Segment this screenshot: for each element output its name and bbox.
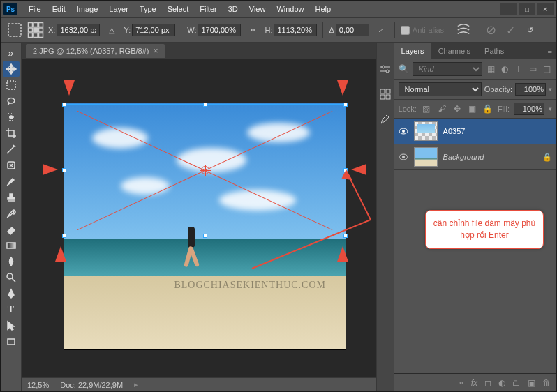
link-layers-icon[interactable]: ⚭	[457, 378, 464, 388]
svg-rect-7	[29, 33, 33, 38]
menu-window[interactable]: Window	[271, 2, 309, 16]
window-maximize-button[interactable]: □	[519, 3, 535, 15]
pen-tool[interactable]	[3, 286, 20, 301]
filter-smart-icon[interactable]: ◫	[541, 63, 552, 75]
layer-name[interactable]: A0357	[443, 127, 552, 135]
reset-transform-button[interactable]: ↺	[522, 22, 537, 38]
y-input[interactable]	[132, 24, 175, 36]
antialias-checkbox[interactable]: Anti-alias	[401, 26, 444, 35]
zoom-level[interactable]: 12,5%	[27, 381, 49, 389]
lock-transparent-icon[interactable]: ▨	[421, 103, 432, 114]
document-tab[interactable]: 2.JPG @ 12,5% (A0357, RGB/8#) ×	[26, 44, 165, 58]
menu-filter[interactable]: Filter	[194, 2, 222, 16]
menu-view[interactable]: View	[244, 2, 272, 16]
cancel-transform-button[interactable]: ⊘	[483, 22, 498, 38]
lasso-tool[interactable]	[3, 93, 20, 109]
adjustment-layer-icon[interactable]: ◐	[498, 378, 505, 388]
document-area: 2.JPG @ 12,5% (A0357, RGB/8#) × BLOGCHIA…	[22, 43, 376, 391]
blend-mode-select[interactable]: Normal	[399, 82, 482, 96]
menu-help[interactable]: Help	[310, 2, 337, 16]
crop-tool[interactable]	[3, 126, 20, 141]
svg-rect-5	[34, 28, 38, 32]
filter-type-icon[interactable]: T	[513, 63, 524, 75]
layer-row[interactable]: Background 🔒	[394, 144, 556, 170]
expand-tools-icon[interactable]: »	[3, 45, 20, 61]
annotation-arrow	[64, 80, 75, 96]
menu-edit[interactable]: Edit	[47, 2, 71, 16]
marquee-tool[interactable]	[3, 77, 20, 93]
menu-layer[interactable]: Layer	[103, 2, 134, 16]
eyedropper-tool[interactable]	[3, 142, 20, 157]
opacity-input[interactable]	[515, 83, 546, 96]
quick-select-tool[interactable]	[3, 110, 20, 125]
window-minimize-button[interactable]: —	[500, 3, 517, 15]
delete-layer-icon[interactable]: 🗑	[542, 378, 551, 388]
move-tool[interactable]	[3, 61, 20, 77]
healing-brush-tool[interactable]	[3, 158, 20, 173]
filter-pixel-icon[interactable]: ▦	[485, 63, 496, 75]
menu-select[interactable]: Select	[162, 2, 195, 16]
type-tool[interactable]: T	[3, 302, 20, 317]
gradient-tool[interactable]	[3, 238, 20, 253]
reference-point-icon[interactable]	[27, 22, 44, 38]
visibility-toggle-icon[interactable]	[399, 126, 408, 136]
dodge-tool[interactable]	[3, 270, 20, 285]
transform-tool-icon[interactable]	[6, 22, 23, 38]
adjustments-panel-icon[interactable]	[378, 62, 392, 76]
tab-layers[interactable]: Layers	[394, 43, 431, 59]
group-layers-icon[interactable]: 🗀	[512, 378, 521, 388]
panel-menu-icon[interactable]: ≡	[544, 47, 556, 55]
lock-position-icon[interactable]: ✥	[452, 103, 463, 114]
layer-thumbnail[interactable]	[414, 147, 438, 167]
window-close-button[interactable]: ×	[537, 3, 554, 15]
layer-row[interactable]: A0357	[394, 119, 556, 144]
layer-filter-select[interactable]: Kind	[413, 62, 482, 76]
w-label: W:	[187, 26, 196, 34]
brush-panel-icon[interactable]	[378, 112, 392, 126]
lock-pixels-icon[interactable]: 🖌	[436, 103, 447, 114]
menu-file[interactable]: File	[23, 2, 47, 16]
blur-tool[interactable]	[3, 254, 20, 269]
svg-rect-1	[29, 23, 33, 27]
commit-transform-button[interactable]: ✓	[503, 22, 518, 38]
layer-style-icon[interactable]: fx	[471, 378, 477, 388]
brush-tool[interactable]	[3, 174, 20, 189]
angle-input[interactable]	[336, 24, 369, 36]
filter-adjust-icon[interactable]: ◐	[499, 63, 510, 75]
layer-thumbnail[interactable]	[414, 121, 438, 141]
canvas[interactable]: BLOGCHIASEKIENTHUC.COM	[22, 59, 376, 377]
svg-point-11	[10, 116, 13, 119]
y-label: Y:	[124, 26, 131, 34]
layer-name[interactable]: Background	[443, 153, 537, 161]
svg-rect-21	[380, 95, 385, 99]
menu-image[interactable]: Image	[71, 2, 104, 16]
svg-rect-19	[380, 89, 385, 93]
visibility-toggle-icon[interactable]	[399, 152, 408, 162]
menu-type[interactable]: Type	[134, 2, 162, 16]
menu-3d[interactable]: 3D	[223, 2, 244, 16]
rectangle-tool[interactable]	[3, 334, 20, 349]
opacity-label: Opacity:	[484, 85, 512, 93]
x-input[interactable]	[57, 24, 100, 36]
lock-artboard-icon[interactable]: ▣	[467, 103, 478, 114]
layer-mask-icon[interactable]: ◻	[484, 378, 491, 388]
document-tab-close-icon[interactable]: ×	[153, 46, 158, 56]
filter-shape-icon[interactable]: ▭	[527, 63, 538, 75]
tab-paths[interactable]: Paths	[477, 43, 511, 59]
new-layer-icon[interactable]: ▣	[528, 378, 535, 388]
link-wh-icon[interactable]: ⚭	[245, 22, 260, 38]
warp-mode-icon[interactable]	[456, 22, 471, 38]
tab-channels[interactable]: Channels	[431, 43, 477, 59]
history-brush-tool[interactable]	[3, 206, 20, 221]
w-input[interactable]	[198, 24, 241, 36]
h-input[interactable]	[274, 24, 317, 36]
menu-bar: Ps File Edit Image Layer Type Select Fil…	[1, 1, 556, 17]
skew-h-icon[interactable]: ⟋	[373, 22, 389, 38]
eraser-tool[interactable]	[3, 222, 20, 237]
styles-panel-icon[interactable]	[378, 87, 392, 101]
swap-xy-icon[interactable]: △	[104, 22, 119, 38]
fill-input[interactable]	[514, 103, 544, 115]
stamp-tool[interactable]	[3, 190, 20, 205]
path-select-tool[interactable]	[3, 318, 20, 333]
lock-all-icon[interactable]: 🔒	[482, 103, 493, 114]
